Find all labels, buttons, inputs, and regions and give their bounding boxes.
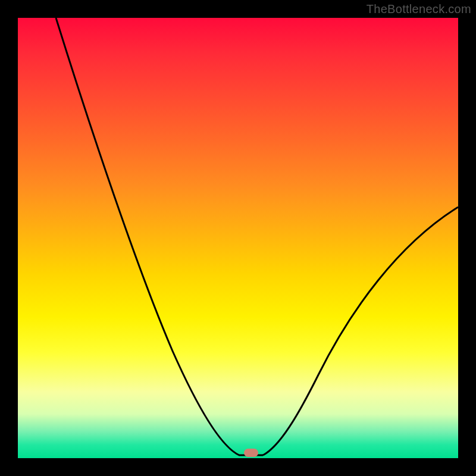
- chart-frame: TheBottleneck.com: [0, 0, 476, 476]
- plot-area: [18, 18, 458, 458]
- curve-right-branch: [263, 207, 458, 455]
- curve-left-branch: [56, 18, 263, 455]
- bottleneck-curve: [18, 18, 458, 458]
- watermark-text: TheBottleneck.com: [367, 2, 471, 16]
- optimal-marker: [244, 449, 258, 457]
